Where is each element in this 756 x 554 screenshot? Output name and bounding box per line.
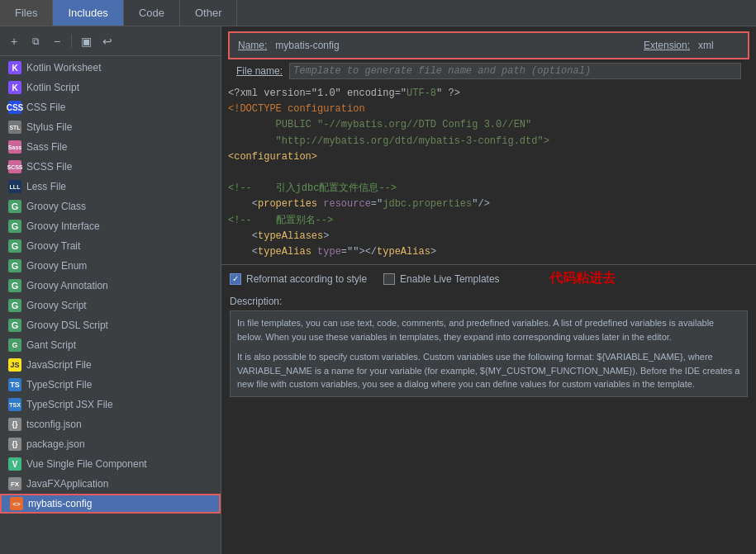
code-line: <configuration> — [228, 149, 749, 165]
toolbar: + ⧉ − ▣ ↩ — [0, 26, 221, 56]
gant-icon: G — [8, 339, 21, 352]
description-text: In file templates, you can use text, cod… — [230, 310, 748, 397]
kotlin-icon: K — [8, 81, 21, 94]
item-label: Groovy Class — [26, 201, 86, 212]
item-label: Kotlin Worksheet — [26, 62, 102, 73]
list-item[interactable]: G Groovy Script — [0, 296, 221, 315]
sass-icon: Sass — [8, 140, 21, 154]
javafx-icon: FX — [8, 477, 21, 490]
live-templates-checkbox[interactable]: Enable Live Templates — [383, 273, 500, 285]
list-item[interactable]: FX JavaFXApplication — [0, 474, 221, 494]
item-label: TypeScript File — [26, 379, 92, 391]
filename-row: File name: — [228, 59, 749, 83]
list-item[interactable]: G Gant Script — [0, 335, 221, 355]
sidebar: + ⧉ − ▣ ↩ K Kotlin Worksheet K Kotlin Sc… — [0, 26, 221, 554]
remove-button[interactable]: − — [48, 32, 66, 50]
item-label: package.json — [26, 438, 85, 450]
item-label: Kotlin Script — [26, 82, 79, 93]
name-input[interactable] — [275, 40, 635, 51]
list-item[interactable]: SCSS SCSS File — [0, 157, 221, 177]
item-label: Sass File — [26, 141, 67, 153]
tab-files[interactable]: Files — [0, 0, 53, 26]
list-item[interactable]: G Groovy Enum — [0, 256, 221, 276]
kotlin-icon: K — [8, 61, 21, 74]
list-item[interactable]: V Vue Single File Component — [0, 454, 221, 474]
name-label: Name: — [238, 40, 267, 51]
extension-input[interactable] — [698, 40, 739, 51]
checkbox-box-unchecked — [383, 273, 395, 285]
item-label: SCSS File — [26, 161, 72, 173]
list-item[interactable]: K Kotlin Script — [0, 78, 221, 97]
tab-other[interactable]: Other — [180, 0, 238, 26]
extension-label: Extension: — [644, 40, 690, 51]
list-item[interactable]: LLL Less File — [0, 177, 221, 197]
code-line: <?xml version="1.0" encoding="UTF-8" ?> — [228, 86, 749, 102]
groovy-icon: G — [8, 239, 21, 253]
list-item[interactable]: Sass Sass File — [0, 137, 221, 157]
css-icon: CSS — [8, 101, 21, 114]
list-item[interactable]: CSS CSS File — [0, 97, 221, 117]
vue-icon: V — [8, 457, 21, 471]
desc-paragraph-1: In file templates, you can use text, cod… — [237, 316, 740, 343]
item-label: TypeScript JSX File — [26, 399, 113, 410]
code-line: <properties resource="jdbc.properties"/> — [228, 197, 749, 212]
mybatis-icon: <> — [10, 497, 23, 510]
list-item[interactable]: STL Stylus File — [0, 117, 221, 137]
undo-button[interactable]: ↩ — [98, 32, 116, 50]
list-item[interactable]: JS JavaScript File — [0, 355, 221, 375]
item-label: mybatis-config — [28, 498, 92, 509]
item-label: Gant Script — [26, 339, 76, 351]
bottom-controls: ✓ Reformat according to style Enable Liv… — [221, 264, 756, 292]
separator — [71, 35, 72, 48]
file-list: K Kotlin Worksheet K Kotlin Script CSS C… — [0, 56, 221, 515]
item-label: Vue Single File Component — [26, 458, 147, 470]
code-line: PUBLIC "-//mybatis.org//DTD Config 3.0//… — [228, 117, 749, 133]
copy-button[interactable]: ⧉ — [26, 32, 45, 50]
tab-code[interactable]: Code — [124, 0, 180, 26]
list-item[interactable]: {} tsconfig.json — [0, 414, 221, 434]
list-item[interactable]: G Groovy Trait — [0, 236, 221, 256]
less-icon: LLL — [8, 180, 21, 193]
json-icon: {} — [8, 418, 21, 431]
list-item[interactable]: {} package.json — [0, 434, 221, 454]
item-label: Groovy Enum — [26, 260, 87, 272]
groovy-icon: G — [8, 259, 21, 272]
groovy-icon: G — [8, 299, 21, 312]
top-tabs: Files Includes Code Other — [0, 0, 756, 26]
list-item[interactable]: G Groovy DSL Script — [0, 315, 221, 335]
ts-icon: TS — [8, 378, 21, 391]
item-label: CSS File — [26, 102, 65, 113]
item-label: Groovy Interface — [26, 220, 100, 232]
item-label: Groovy Script — [26, 300, 87, 311]
code-line: "http://mybatis.org/dtd/mybatis-3-config… — [228, 134, 749, 149]
list-item[interactable]: K Kotlin Worksheet — [0, 58, 221, 78]
list-item[interactable]: G Groovy Annotation — [0, 276, 221, 296]
code-editor[interactable]: <?xml version="1.0" encoding="UTF-8" ?> … — [221, 83, 756, 264]
tab-includes[interactable]: Includes — [53, 0, 123, 26]
mybatis-config-item[interactable]: <> mybatis-config — [0, 494, 221, 514]
chinese-annotation-text: 代码粘进去 — [549, 270, 616, 287]
item-label: JavaScript File — [26, 359, 92, 371]
list-item[interactable]: TS TypeScript File — [0, 375, 221, 395]
add-button[interactable]: + — [5, 32, 23, 50]
list-item[interactable]: G Groovy Interface — [0, 216, 221, 236]
code-line: <typeAlias type=""></typeAlias> — [228, 244, 749, 260]
item-label: Stylus File — [26, 121, 72, 133]
duplicate-button[interactable]: ▣ — [77, 32, 95, 50]
json-icon: {} — [8, 438, 21, 451]
scss-icon: SCSS — [8, 160, 21, 173]
right-panel: Name: Extension: File name: <?xml versio… — [221, 26, 756, 554]
reformat-checkbox[interactable]: ✓ Reformat according to style — [230, 273, 367, 285]
filename-input[interactable] — [289, 63, 741, 79]
groovy-icon: G — [8, 220, 21, 233]
list-item[interactable]: G Groovy Class — [0, 197, 221, 216]
item-label: tsconfig.json — [26, 419, 82, 430]
live-templates-label: Enable Live Templates — [400, 273, 500, 285]
reformat-label: Reformat according to style — [246, 273, 367, 285]
list-item[interactable]: TSX TypeScript JSX File — [0, 395, 221, 414]
code-line: <typeAliases> — [228, 229, 749, 244]
name-extension-bar: Name: Extension: — [228, 31, 749, 59]
code-line: <!DOCTYPE configuration — [228, 102, 749, 117]
item-label: Groovy Trait — [26, 240, 80, 252]
groovy-icon: G — [8, 279, 21, 292]
